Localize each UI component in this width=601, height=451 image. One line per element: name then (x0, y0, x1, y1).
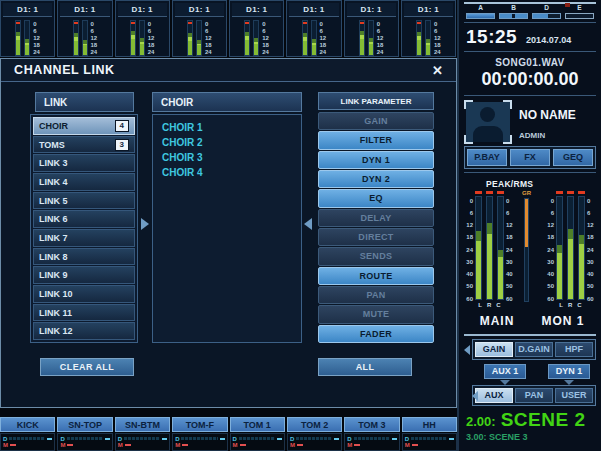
all-button[interactable]: ALL (318, 358, 412, 376)
link-list-item[interactable]: LINK 6 (33, 210, 135, 228)
scale-tick: 50 (587, 283, 595, 289)
channel-letter: C (496, 302, 500, 308)
link-list-item[interactable]: LINK 12 (33, 322, 135, 340)
clear-all-button[interactable]: CLEAR ALL (40, 358, 134, 376)
cyan-tick (277, 438, 282, 440)
scale-tick: 18 (91, 42, 98, 48)
meter-bar (130, 20, 136, 56)
param-button[interactable]: DIRECT (318, 228, 434, 246)
link-list-item[interactable]: LINK 9 (33, 266, 135, 284)
quick-button[interactable]: FX (510, 149, 550, 166)
top-channel-module[interactable]: D1: 1 06121824 (57, 0, 112, 57)
param-button[interactable]: PAN (318, 286, 434, 304)
meter-fill (245, 32, 249, 55)
param-button[interactable]: FILTER (318, 131, 434, 149)
control-button[interactable]: USER (555, 388, 593, 403)
control-row-2: AUX 1 DYN 1 (472, 360, 596, 385)
scale-tick: 18 (320, 42, 327, 48)
link-list-item[interactable]: LINK 11 (33, 304, 135, 322)
clock-row: 15:25 2014.07.04 (464, 26, 596, 48)
quick-button[interactable]: P.BAY (467, 149, 507, 166)
record-tick-icon (565, 3, 570, 7)
channel-letter: C (577, 302, 581, 308)
control-button[interactable]: GAIN (475, 342, 513, 357)
param-button[interactable]: DYN 2 (318, 170, 434, 188)
link-list-item[interactable]: LINK 5 (33, 192, 135, 210)
meter-scale: 06121824 (205, 21, 212, 55)
top-channel-module[interactable]: D1: 1 06121824 (0, 0, 55, 57)
scale-tick: 0 (262, 21, 269, 27)
link-list-item[interactable]: LINK 7 (33, 229, 135, 247)
param-button[interactable]: GAIN (318, 112, 434, 130)
top-channel-meter: 06121824 (1, 17, 54, 56)
meter-bar (15, 20, 21, 56)
channel-name-button[interactable]: TOM 1 (230, 417, 285, 432)
control-button[interactable]: AUX 1 (484, 364, 526, 379)
scale-tick: 18 (262, 42, 269, 48)
quick-button[interactable]: GEQ (553, 149, 593, 166)
control-button[interactable]: DYN 1 (548, 364, 590, 379)
control-button[interactable]: AUX (475, 388, 513, 403)
quick-access-buttons: P.BAYFXGEQ (464, 146, 596, 169)
scale-tick: 24 (91, 49, 98, 55)
link-list-item[interactable]: LINK 4 (33, 173, 135, 191)
drive-indicator: D (532, 5, 561, 19)
mute-row: M (233, 442, 282, 448)
param-button[interactable]: MUTE (318, 305, 434, 323)
scale-tick: 6 (148, 28, 155, 34)
param-button[interactable]: DELAY (318, 209, 434, 227)
group-member-list[interactable]: CHOIR 1CHOIR 2CHOIR 3CHOIR 4 (152, 114, 302, 343)
link-label: LINK 11 (39, 308, 72, 318)
meter-scale: 06121824 (377, 21, 384, 55)
channel-name-button[interactable]: SN-BTM (115, 417, 170, 432)
link-list-item[interactable]: CHOIR 4 (33, 117, 135, 135)
top-channel-module[interactable]: D1: 1 06121824 (172, 0, 227, 57)
param-button[interactable]: ROUTE (318, 267, 434, 285)
channel-name-button[interactable]: KICK (0, 417, 55, 432)
segment-display (124, 437, 160, 440)
page-left-arrow-icon[interactable] (464, 345, 470, 355)
meter-bar (311, 20, 317, 56)
channel-mini-display: D M (402, 433, 457, 451)
scale-tick: 0 (320, 21, 327, 27)
dialog-title: CHANNEL LINK (14, 63, 115, 77)
top-channel-module[interactable]: D1: 1 06121824 (115, 0, 170, 57)
gain-reduction-meter: GR (522, 190, 531, 302)
top-channel-module[interactable]: D1: 1 06121824 (229, 0, 284, 57)
link-list-item[interactable]: LINK 8 (33, 248, 135, 266)
channel-name-button[interactable]: TOM 3 (344, 417, 399, 432)
param-button[interactable]: FADER (318, 325, 434, 343)
channel-mini-display: D M (57, 433, 112, 451)
peak-cap (131, 22, 135, 24)
drive-bar (466, 13, 495, 19)
link-list-item[interactable]: LINK 10 (33, 285, 135, 303)
control-button[interactable]: PAN (515, 388, 553, 403)
channel-name-button[interactable]: TOM-F (172, 417, 227, 432)
drive-indicator: E (565, 5, 594, 19)
link-list-item[interactable]: TOMS 3 (33, 136, 135, 154)
param-button[interactable]: SENDS (318, 247, 434, 265)
param-button[interactable]: EQ (318, 189, 434, 207)
scale-tick: 0 (148, 21, 155, 27)
mute-label: M (233, 442, 238, 448)
top-channel-module[interactable]: D1: 1 06121824 (286, 0, 341, 57)
top-channel-module[interactable]: D1: 1 06121824 (344, 0, 399, 57)
channel-name-button[interactable]: TOM 2 (287, 417, 342, 432)
close-icon[interactable]: ✕ (432, 63, 443, 78)
link-label: LINK 7 (39, 233, 68, 243)
top-channel-module[interactable]: D1: 1 06121824 (401, 0, 456, 57)
channel-name-button[interactable]: HH (402, 417, 457, 432)
drive-label: E (577, 5, 581, 12)
control-button[interactable]: D.GAIN (515, 342, 553, 357)
scale-tick: 30 (506, 259, 514, 265)
param-button[interactable]: DYN 1 (318, 151, 434, 169)
peak-cap (188, 22, 192, 24)
song-title: SONG01.WAV (464, 55, 596, 69)
page-left-arrow-icon[interactable] (472, 391, 478, 401)
control-button[interactable]: HPF (555, 342, 593, 357)
link-list-item[interactable]: LINK 3 (33, 154, 135, 172)
channel-name-button[interactable]: SN-TOP (57, 417, 112, 432)
delay-row: D (347, 436, 396, 442)
peak-indicator (475, 191, 482, 194)
meter-bar (24, 20, 30, 56)
